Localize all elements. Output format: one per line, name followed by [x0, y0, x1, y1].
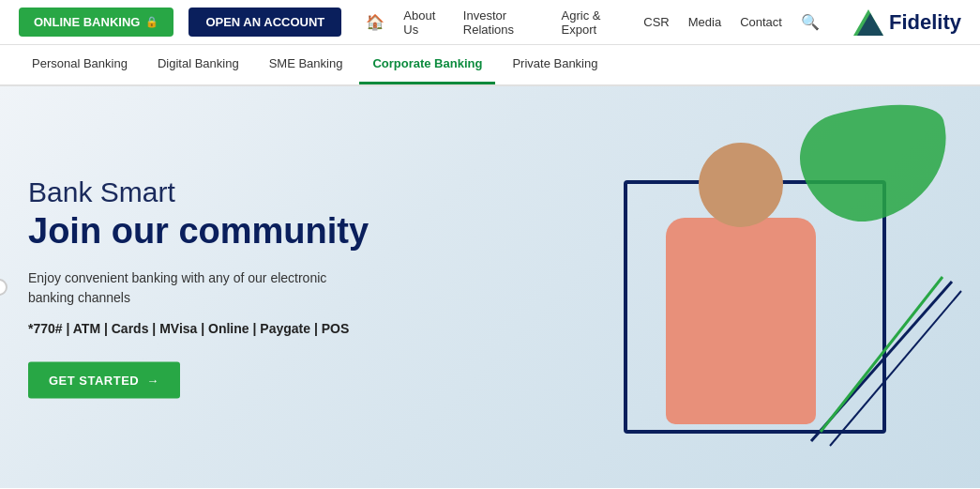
- nav-media[interactable]: Media: [688, 15, 721, 29]
- tab-corporate-banking[interactable]: Corporate Banking: [359, 45, 495, 84]
- tab-personal-banking[interactable]: Personal Banking: [19, 45, 141, 84]
- svg-line-3: [830, 291, 961, 446]
- online-banking-button[interactable]: ONLINE BANKING 🔒: [19, 8, 173, 37]
- top-nav: 🏠 About Us Investor Relations Agric & Ex…: [366, 8, 820, 37]
- logo-area: Fidelity: [853, 9, 961, 36]
- get-started-arrow: →: [146, 373, 159, 387]
- person-head: [699, 143, 783, 227]
- hero-content: Bank Smart Join our community Enjoy conv…: [28, 176, 369, 399]
- nav-about-us[interactable]: About Us: [403, 8, 445, 37]
- top-bar: ONLINE BANKING 🔒 OPEN AN ACCOUNT 🏠 About…: [0, 0, 980, 45]
- nav-investor-relations[interactable]: Investor Relations: [463, 8, 543, 37]
- tab-sme-banking[interactable]: SME Banking: [256, 45, 356, 84]
- diagonal-lines-decoration: [802, 272, 971, 460]
- nav-agric-export[interactable]: Agric & Export: [562, 8, 626, 37]
- hero-title: Join our community: [28, 212, 369, 252]
- hero-section: Bank Smart Join our community Enjoy conv…: [0, 86, 980, 488]
- carousel-dot[interactable]: [0, 279, 8, 296]
- tab-private-banking[interactable]: Private Banking: [499, 45, 611, 84]
- online-banking-label: ONLINE BANKING: [34, 15, 140, 29]
- home-icon[interactable]: 🏠: [366, 13, 384, 31]
- lock-icon: 🔒: [145, 16, 158, 28]
- logo-text: Fidelity: [889, 10, 961, 35]
- svg-line-4: [821, 277, 942, 432]
- nav-contact[interactable]: Contact: [740, 15, 782, 29]
- secondary-nav: Personal Banking Digital Banking SME Ban…: [0, 45, 980, 86]
- open-account-button[interactable]: OPEN AN ACCOUNT: [188, 8, 341, 37]
- hero-right: [417, 86, 980, 488]
- get-started-label: GET STARTED: [49, 373, 139, 387]
- tab-digital-banking[interactable]: Digital Banking: [144, 45, 252, 84]
- hero-channels: *770# | ATM | Cards | MVisa | Online | P…: [28, 320, 369, 335]
- search-icon[interactable]: 🔍: [801, 13, 820, 31]
- hero-subtitle: Bank Smart: [28, 176, 369, 208]
- person-torso: [666, 218, 816, 424]
- fidelity-logo-icon: [853, 9, 883, 36]
- hero-description: Enjoy convenient banking with any of our…: [28, 267, 366, 307]
- get-started-button[interactable]: GET STARTED →: [28, 361, 180, 398]
- nav-csr[interactable]: CSR: [643, 15, 669, 29]
